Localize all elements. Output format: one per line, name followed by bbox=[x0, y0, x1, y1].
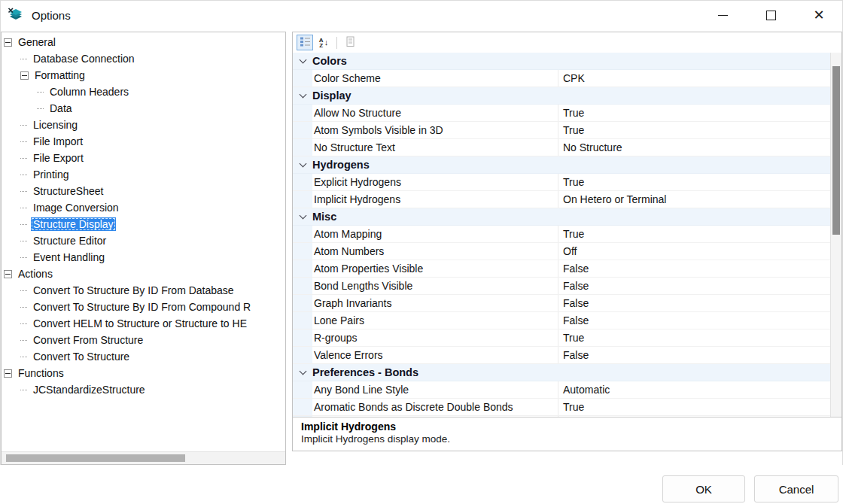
property-row-implicit-hydrogens[interactable]: Implicit HydrogensOn Hetero or Terminal bbox=[293, 191, 830, 208]
tree-item-printing[interactable]: Printing bbox=[2, 166, 285, 183]
property-row-aromatic-bonds-as-discrete-double-bonds[interactable]: Aromatic Bonds as Discrete Double BondsT… bbox=[293, 399, 830, 416]
property-value[interactable]: True bbox=[558, 105, 830, 121]
tree-item-label: Structure Display bbox=[31, 217, 116, 231]
tree-item-convert-to-structure-by-id-from-database[interactable]: Convert To Structure By ID From Database bbox=[2, 282, 285, 299]
property-value[interactable]: False bbox=[558, 347, 830, 363]
tree-item-actions[interactable]: Actions bbox=[2, 266, 285, 282]
tree-connector bbox=[20, 390, 27, 390]
tree-item-label: Convert To Structure bbox=[31, 350, 132, 363]
tree-item-jcstandardizestructure[interactable]: JCStandardizeStructure bbox=[2, 381, 285, 398]
description-text: Implicit Hydrogens display mode. bbox=[301, 433, 833, 445]
property-name: Atom Mapping bbox=[312, 226, 558, 242]
tree-item-convert-to-structure[interactable]: Convert To Structure bbox=[2, 348, 285, 365]
horizontal-scrollbar-thumb[interactable] bbox=[6, 454, 185, 462]
tree-item-formatting[interactable]: Formatting bbox=[2, 67, 285, 83]
category-display[interactable]: Display bbox=[293, 87, 830, 105]
property-value[interactable]: True bbox=[558, 226, 830, 242]
tree-item-functions[interactable]: Functions bbox=[2, 365, 285, 381]
tree-item-data[interactable]: Data bbox=[2, 100, 285, 117]
chevron-down-icon[interactable] bbox=[299, 91, 306, 99]
property-row-valence-errors[interactable]: Valence ErrorsFalse bbox=[293, 347, 830, 364]
property-value[interactable]: Automatic bbox=[558, 381, 830, 398]
tree-item-image-conversion[interactable]: Image Conversion bbox=[2, 199, 285, 216]
chevron-down-icon[interactable] bbox=[299, 368, 306, 375]
maximize-button[interactable] bbox=[747, 0, 795, 30]
tree-item-column-headers[interactable]: Column Headers bbox=[2, 83, 285, 100]
tree-item-file-import[interactable]: File Import bbox=[2, 133, 285, 150]
collapse-expander-icon[interactable] bbox=[20, 71, 29, 80]
category-gutter bbox=[293, 156, 312, 173]
category-colors[interactable]: Colors bbox=[293, 53, 830, 70]
category-gutter bbox=[293, 208, 312, 225]
row-gutter bbox=[293, 139, 312, 156]
property-row-allow-no-structure[interactable]: Allow No StructureTrue bbox=[293, 105, 830, 122]
property-row-color-scheme[interactable]: Color SchemeCPK bbox=[293, 70, 830, 87]
cancel-button[interactable]: Cancel bbox=[754, 475, 838, 502]
property-value[interactable]: True bbox=[558, 329, 830, 346]
alphabetical-sort-button[interactable]: A Z ↓ bbox=[315, 35, 332, 50]
close-button[interactable]: ✕ bbox=[795, 0, 843, 30]
property-value[interactable]: True bbox=[558, 122, 830, 138]
tree-item-label: Convert HELM to Structure or Structure t… bbox=[31, 317, 249, 330]
tree-horizontal-scrollbar[interactable] bbox=[2, 451, 285, 464]
tree-item-licensing[interactable]: Licensing bbox=[2, 117, 285, 133]
ok-button[interactable]: OK bbox=[662, 475, 745, 502]
property-row-atom-properties-visible[interactable]: Atom Properties VisibleFalse bbox=[293, 260, 830, 278]
property-value[interactable]: False bbox=[558, 312, 830, 329]
category-misc[interactable]: Misc bbox=[293, 208, 830, 226]
category-preferences-bonds[interactable]: Preferences - Bonds bbox=[293, 364, 830, 381]
tree-item-structure-display[interactable]: Structure Display bbox=[2, 216, 285, 232]
property-value[interactable]: False bbox=[558, 295, 830, 311]
property-row-atom-mapping[interactable]: Atom MappingTrue bbox=[293, 226, 830, 243]
property-row-explicit-hydrogens[interactable]: Explicit HydrogensTrue bbox=[293, 174, 830, 191]
chevron-down-icon[interactable] bbox=[299, 56, 306, 64]
property-value[interactable]: False bbox=[558, 278, 830, 294]
tree-item-label: Column Headers bbox=[47, 85, 131, 99]
tree-item-general[interactable]: General bbox=[2, 34, 285, 50]
property-value[interactable]: CPK bbox=[558, 70, 830, 87]
tree-item-convert-to-structure-by-id-from-compound-r[interactable]: Convert To Structure By ID From Compound… bbox=[2, 299, 285, 315]
property-value[interactable]: Off bbox=[558, 243, 830, 260]
property-value[interactable]: True bbox=[558, 399, 830, 415]
property-name: Allow No Structure bbox=[312, 105, 558, 121]
collapse-expander-icon[interactable] bbox=[4, 270, 12, 278]
tree-item-convert-from-structure[interactable]: Convert From Structure bbox=[2, 332, 285, 348]
tree-item-file-export[interactable]: File Export bbox=[2, 150, 285, 166]
property-row-no-structure-text[interactable]: No Structure TextNo Structure bbox=[293, 139, 830, 156]
categorized-button[interactable] bbox=[297, 35, 313, 50]
category-hydrogens[interactable]: Hydrogens bbox=[293, 156, 830, 174]
property-row-any-bond-line-style[interactable]: Any Bond Line StyleAutomatic bbox=[293, 381, 830, 399]
property-name: Aromatic Bonds as Discrete Double Bonds bbox=[312, 399, 558, 415]
tree-item-label: File Export bbox=[31, 151, 86, 165]
row-gutter bbox=[293, 191, 312, 208]
row-gutter bbox=[293, 278, 312, 294]
tree-item-event-handling[interactable]: Event Handling bbox=[2, 249, 285, 266]
property-row-r-groups[interactable]: R-groupsTrue bbox=[293, 329, 830, 347]
tree-item-structuresheet[interactable]: StructureSheet bbox=[2, 183, 285, 199]
tree-connector bbox=[20, 59, 27, 59]
tree-item-database-connection[interactable]: Database Connection bbox=[2, 50, 285, 67]
category-gutter bbox=[293, 87, 312, 104]
property-row-atom-numbers[interactable]: Atom NumbersOff bbox=[293, 243, 830, 260]
chevron-down-icon[interactable] bbox=[299, 212, 306, 220]
property-value[interactable]: On Hetero or Terminal bbox=[558, 191, 830, 208]
chevron-down-icon[interactable] bbox=[299, 160, 306, 168]
tree-item-structure-editor[interactable]: Structure Editor bbox=[2, 232, 285, 249]
grid-vertical-scrollbar[interactable] bbox=[830, 53, 841, 417]
tree-item-convert-helm-to-structure-or-structure-to-he[interactable]: Convert HELM to Structure or Structure t… bbox=[2, 315, 285, 332]
tree-rows: GeneralDatabase ConnectionFormattingColu… bbox=[2, 32, 285, 398]
property-value[interactable]: False bbox=[558, 260, 830, 277]
property-row-lone-pairs[interactable]: Lone PairsFalse bbox=[293, 312, 830, 329]
property-value[interactable]: True bbox=[558, 174, 830, 190]
row-gutter bbox=[293, 312, 312, 329]
tree-item-label: Printing bbox=[31, 168, 71, 181]
vertical-scrollbar-thumb[interactable] bbox=[832, 66, 840, 235]
property-row-bond-lengths-visible[interactable]: Bond Lengths VisibleFalse bbox=[293, 278, 830, 295]
property-value[interactable]: No Structure bbox=[558, 139, 830, 156]
property-row-atom-symbols-visible-in-3d[interactable]: Atom Symbols Visible in 3DTrue bbox=[293, 122, 830, 139]
collapse-expander-icon[interactable] bbox=[4, 38, 12, 47]
property-row-graph-invariants[interactable]: Graph InvariantsFalse bbox=[293, 295, 830, 312]
collapse-expander-icon[interactable] bbox=[4, 369, 12, 378]
minimize-button[interactable] bbox=[698, 0, 747, 30]
property-pages-button[interactable] bbox=[342, 35, 358, 50]
